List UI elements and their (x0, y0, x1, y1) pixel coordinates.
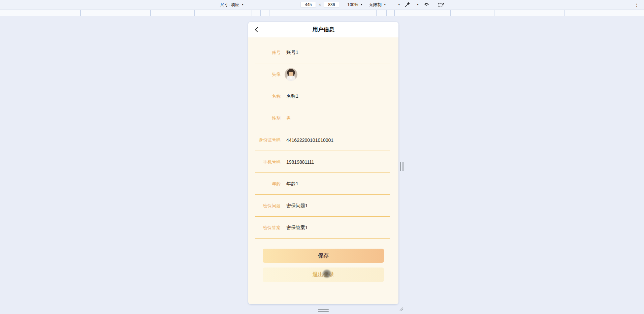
field-value[interactable]: 年龄1 (286, 181, 298, 187)
chevron-down-icon: ▼ (360, 3, 363, 6)
field-label: 性别 (254, 115, 281, 121)
field-label: 密保答案 (254, 225, 281, 231)
back-chevron-icon (253, 26, 260, 33)
field-value[interactable]: 19819881111 (286, 159, 314, 165)
throttling-value: 无限制 (369, 2, 382, 8)
logout-button[interactable]: 退出登录 (263, 268, 384, 282)
field-row-6: 手机号码 19819881111 (248, 151, 398, 173)
field-label: 账号 (254, 50, 281, 56)
field-label: 密保问题 (254, 203, 281, 209)
chevron-down-icon: ▼ (241, 3, 244, 6)
field-value[interactable]: 密保问题1 (286, 203, 308, 209)
field-label: 手机号码 (254, 159, 281, 165)
device-viewport: 用户信息 账号 账号1 头像 名称 名称1 性别 男 身份证号码 4416222… (248, 22, 398, 304)
width-input[interactable] (300, 2, 316, 8)
resize-handle-bottom[interactable] (318, 309, 329, 312)
page-header: 用户信息 (248, 22, 398, 37)
dimensions-times-symbol: × (319, 2, 321, 7)
field-label: 年龄 (254, 181, 281, 187)
field-label: 名称 (254, 93, 281, 99)
field-row-8: 密保问题 密保问题1 (248, 195, 398, 217)
page-title: 用户信息 (248, 26, 398, 33)
media-query-bar[interactable] (0, 9, 644, 16)
media-query-divider (564, 10, 565, 16)
page-body: 账号 账号1 头像 名称 名称1 性别 男 身份证号码 441622200101… (248, 37, 398, 304)
eyedropper-icon[interactable] (405, 2, 410, 7)
chevron-down-icon[interactable]: ▼ (417, 3, 419, 6)
chevron-down-icon: ▼ (384, 3, 386, 6)
user-info-form: 账号 账号1 头像 名称 名称1 性别 男 身份证号码 441622200101… (248, 37, 398, 239)
field-label: 头像 (254, 71, 281, 77)
devtools-device-toolbar: 尺寸: 响应 ▼ × 100% ▼ 无限制 ▼ ▼ ▼ (0, 0, 644, 9)
throttling-select[interactable]: 无限制 ▼ (369, 2, 386, 8)
back-button[interactable] (252, 25, 261, 34)
height-input[interactable] (324, 2, 339, 8)
device-type-label: 尺寸: 响应 (220, 2, 239, 8)
field-row-5: 身份证号码 441622200101010001 (248, 129, 398, 151)
field-row-2: 头像 (248, 63, 398, 85)
chevron-down-icon[interactable]: ▼ (398, 3, 400, 6)
avatar-image (285, 68, 297, 81)
media-query-divider (494, 10, 494, 16)
zoom-value: 100% (347, 2, 358, 7)
rotate-device-icon[interactable] (438, 2, 444, 7)
media-query-divider (260, 10, 261, 16)
media-query-divider (194, 10, 195, 16)
media-query-divider (269, 10, 269, 16)
media-query-divider (386, 10, 387, 16)
media-query-divider (394, 10, 395, 16)
device-type-select[interactable]: 尺寸: 响应 ▼ (220, 2, 244, 8)
avatar[interactable] (285, 68, 297, 81)
field-value[interactable]: 男 (286, 115, 291, 121)
zoom-select[interactable]: 100% ▼ (347, 2, 363, 7)
field-row-7: 年龄 年龄1 (248, 173, 398, 195)
field-label: 身份证号码 (254, 137, 281, 143)
field-row-4: 性别 男 (248, 107, 398, 129)
resize-handle-right[interactable] (400, 162, 404, 171)
field-value[interactable]: 名称1 (286, 93, 298, 99)
field-value[interactable]: 账号1 (286, 50, 298, 56)
media-query-divider (150, 10, 151, 16)
field-row-9: 密保答案 密保答案1 (248, 217, 398, 239)
resize-handle-corner[interactable] (399, 306, 404, 313)
media-query-divider (252, 10, 252, 16)
more-options-icon[interactable]: ⋮ (634, 2, 639, 8)
field-value[interactable]: 441622200101010001 (286, 137, 333, 143)
media-query-divider (450, 10, 451, 16)
eye-icon[interactable] (423, 2, 429, 7)
media-query-divider (80, 10, 81, 16)
media-query-divider (376, 10, 377, 16)
field-row-1: 账号 账号1 (248, 41, 398, 63)
field-value[interactable]: 密保答案1 (286, 225, 308, 231)
save-button[interactable]: 保存 (263, 249, 384, 263)
device-stage: 用户信息 账号 账号1 头像 名称 名称1 性别 男 身份证号码 4416222… (0, 17, 644, 314)
field-row-3: 名称 名称1 (248, 85, 398, 107)
